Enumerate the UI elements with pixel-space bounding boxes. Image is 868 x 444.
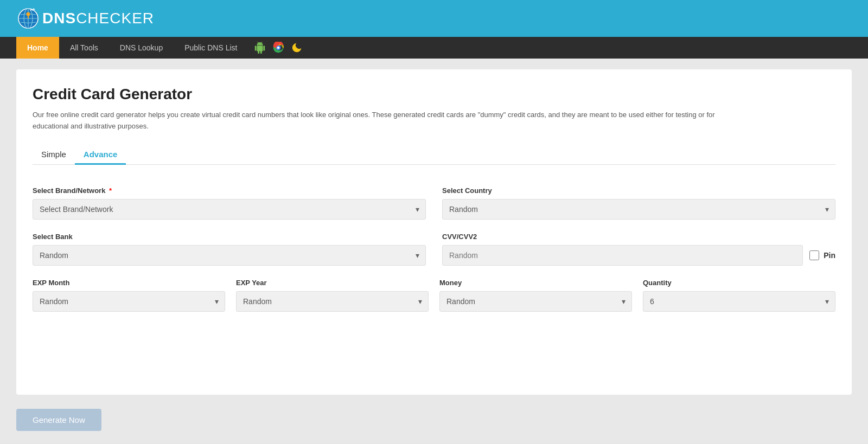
quantity-group: Quantity 1 2 3 4 5 6 7 8 9 10 [643,279,835,312]
logo-dns: DNS [42,10,76,27]
navigation: Home All Tools DNS Lookup Public DNS Lis… [0,37,868,59]
generate-button[interactable]: Generate Now [16,409,101,431]
advance-form: Select Brand/Network * Select Brand/Netw… [33,181,835,330]
exp-month-label: EXP Month [33,279,225,287]
quantity-label: Quantity [643,279,835,287]
country-group: Select Country Random United States Unit… [442,186,835,220]
form-row-3: EXP Month Random 01 02 03 04 05 06 07 08 [33,279,835,312]
main-card: Credit Card Generator Our free online cr… [16,69,852,395]
country-select[interactable]: Random United States United Kingdom [442,199,835,220]
brand-label: Select Brand/Network * [33,186,426,195]
bank-select[interactable]: Random Chase Bank of America [33,245,426,266]
darkmode-icon[interactable] [290,41,303,54]
exp-year-group: EXP Year Random 2024 2025 2026 2027 [236,279,429,312]
money-group: Money Random 100 500 1000 [439,279,632,312]
svg-point-8 [277,47,280,49]
pin-wrapper: Pin [809,250,835,260]
nav-home[interactable]: Home [16,37,59,59]
exp-month-select-wrapper: Random 01 02 03 04 05 06 07 08 09 10 11 [33,291,225,312]
country-label: Select Country [442,186,835,195]
nav-all-tools[interactable]: All Tools [59,37,109,59]
bank-group: Select Bank Random Chase Bank of America [33,233,426,266]
money-select[interactable]: Random 100 500 1000 [439,291,632,312]
quantity-select[interactable]: 1 2 3 4 5 6 7 8 9 10 [643,291,835,312]
required-indicator: * [109,186,112,195]
page-title: Credit Card Generator [33,86,835,103]
page-description: Our free online credit card generator he… [33,110,727,132]
exp-month-group: EXP Month Random 01 02 03 04 05 06 07 08 [33,279,225,312]
brand-select-wrapper: Select Brand/Network Visa Mastercard Ame… [33,199,426,220]
bank-label: Select Bank [33,233,426,241]
nav-public-dns[interactable]: Public DNS List [174,37,248,59]
tab-advance[interactable]: Advance [75,145,126,165]
pin-checkbox[interactable] [809,250,819,260]
tab-simple[interactable]: Simple [33,145,75,165]
bank-select-wrapper: Random Chase Bank of America [33,245,426,266]
country-select-wrapper: Random United States United Kingdom [442,199,835,220]
logo: DNS CHECKER [16,7,154,30]
money-label: Money [439,279,632,287]
exp-year-label: EXP Year [236,279,429,287]
quantity-select-wrapper: 1 2 3 4 5 6 7 8 9 10 [643,291,835,312]
nav-dns-lookup[interactable]: DNS Lookup [109,37,174,59]
chrome-icon[interactable] [272,41,285,54]
logo-checker: CHECKER [76,10,154,27]
exp-month-select[interactable]: Random 01 02 03 04 05 06 07 08 09 10 11 [33,291,225,312]
android-icon[interactable] [253,41,266,54]
cvv-input[interactable] [442,245,803,266]
cvv-group: CVV/CVV2 Pin [442,233,835,266]
nav-icons [253,41,303,54]
exp-year-select[interactable]: Random 2024 2025 2026 2027 [236,291,429,312]
brand-group: Select Brand/Network * Select Brand/Netw… [33,186,426,220]
pin-label: Pin [824,251,835,260]
exp-year-select-wrapper: Random 2024 2025 2026 2027 [236,291,429,312]
logo-text: DNS CHECKER [42,10,154,27]
money-select-wrapper: Random 100 500 1000 [439,291,632,312]
form-row-2: Select Bank Random Chase Bank of America… [33,233,835,266]
tabs: Simple Advance [33,145,835,165]
main-wrapper: Credit Card Generator Our free online cr… [0,59,868,442]
generate-section: Generate Now [16,403,852,431]
cvv-label: CVV/CVV2 [442,233,835,241]
globe-icon [16,7,40,30]
svg-point-4 [27,12,30,16]
brand-select[interactable]: Select Brand/Network Visa Mastercard Ame… [33,199,426,220]
header: DNS CHECKER [0,0,868,37]
cvv-input-wrapper: Pin [442,245,835,266]
form-row-1: Select Brand/Network * Select Brand/Netw… [33,186,835,220]
